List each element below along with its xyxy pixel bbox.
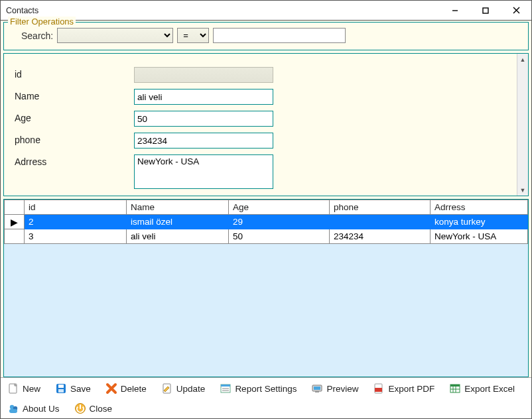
table-row[interactable]: ▶2ismail özel29konya turkey — [5, 215, 528, 229]
name-label: Name — [15, 89, 134, 101]
address-field[interactable] — [134, 154, 273, 189]
age-label: Age — [15, 111, 134, 123]
delete-button[interactable]: Delete — [103, 381, 149, 396]
data-grid-panel: id Name Age phone Adrress ▶2ismail özel2… — [3, 199, 529, 377]
svg-rect-7 — [58, 389, 64, 392]
table-cell[interactable]: 29 — [229, 215, 330, 229]
delete-icon — [105, 383, 117, 394]
save-button[interactable]: Save — [52, 381, 94, 396]
col-address[interactable]: Adrress — [431, 200, 528, 215]
svg-rect-1 — [483, 8, 488, 13]
bottom-toolbar: New Save Delete Update Report Settings P — [1, 377, 531, 418]
row-indicator: ▶ — [5, 215, 25, 229]
scroll-up-icon[interactable]: ▲ — [517, 54, 528, 65]
search-value-input[interactable] — [213, 28, 346, 43]
new-button[interactable]: New — [5, 381, 43, 396]
filter-legend: Filter Operations — [8, 17, 76, 27]
table-cell[interactable]: konya turkey — [431, 215, 528, 229]
update-button[interactable]: Update — [159, 381, 208, 396]
svg-rect-15 — [315, 391, 319, 392]
svg-rect-25 — [9, 409, 17, 413]
maximize-button[interactable] — [470, 1, 501, 20]
col-id[interactable]: id — [25, 200, 127, 215]
app-window: Contacts Filter Operations Search: = id — [0, 0, 532, 419]
svg-rect-19 — [450, 385, 460, 387]
svg-rect-6 — [58, 385, 64, 388]
report-settings-icon — [220, 383, 232, 394]
titlebar: Contacts — [1, 1, 531, 21]
col-name[interactable]: Name — [127, 200, 229, 215]
age-field[interactable] — [134, 111, 273, 127]
data-grid[interactable]: id Name Age phone Adrress ▶2ismail özel2… — [4, 200, 528, 244]
filter-operations-group: Filter Operations Search: = — [3, 22, 529, 50]
preview-icon — [311, 383, 323, 394]
grid-row-header-blank — [5, 200, 25, 215]
svg-rect-17 — [375, 388, 382, 392]
about-icon — [7, 402, 19, 414]
id-field — [134, 67, 273, 83]
phone-label: phone — [15, 133, 134, 145]
search-field-select[interactable] — [57, 28, 173, 43]
col-phone[interactable]: phone — [330, 200, 431, 215]
svg-rect-10 — [221, 385, 230, 387]
table-cell[interactable]: ismail özel — [127, 215, 229, 229]
grid-header-row: id Name Age phone Adrress — [5, 200, 528, 215]
export-pdf-button[interactable]: Export PDF — [370, 381, 437, 396]
preview-button[interactable]: Preview — [308, 381, 361, 396]
name-field[interactable] — [134, 89, 273, 105]
table-cell[interactable]: 50 — [229, 229, 330, 244]
search-label: Search: — [21, 30, 53, 41]
excel-icon — [449, 383, 461, 394]
svg-rect-14 — [314, 387, 320, 390]
close-window-button[interactable] — [501, 1, 531, 20]
table-cell[interactable]: NewYork - USA — [431, 229, 528, 244]
power-icon — [74, 402, 86, 414]
scroll-down-icon[interactable]: ▼ — [517, 184, 528, 196]
close-button[interactable]: Close — [72, 401, 115, 416]
address-label: Adrress — [15, 154, 134, 167]
table-cell[interactable]: ali veli — [127, 229, 229, 244]
search-operator-select[interactable]: = — [177, 28, 209, 43]
detail-form-panel: id Name Age phone Adrress ▲ ▼ — [3, 53, 529, 196]
table-cell[interactable] — [330, 215, 431, 229]
row-indicator — [5, 229, 25, 244]
grid-empty-area — [4, 244, 528, 377]
export-excel-button[interactable]: Export Excel — [446, 381, 517, 396]
report-settings-button[interactable]: Report Settings — [217, 381, 299, 396]
window-title: Contacts — [6, 6, 38, 15]
table-cell[interactable]: 3 — [25, 229, 127, 244]
save-icon — [55, 383, 67, 394]
id-label: id — [15, 67, 134, 80]
minimize-button[interactable] — [440, 1, 470, 20]
form-scrollbar[interactable]: ▲ ▼ — [517, 54, 528, 196]
about-us-button[interactable]: About Us — [5, 401, 62, 416]
table-row[interactable]: 3ali veli50234234NewYork - USA — [5, 229, 528, 244]
phone-field[interactable] — [134, 133, 273, 149]
filter-row: Search: = — [21, 28, 523, 43]
pdf-icon — [373, 383, 385, 394]
table-cell[interactable]: 234234 — [330, 229, 431, 244]
col-age[interactable]: Age — [229, 200, 330, 215]
update-icon — [161, 383, 173, 394]
new-icon — [7, 383, 19, 394]
table-cell[interactable]: 2 — [25, 215, 127, 229]
